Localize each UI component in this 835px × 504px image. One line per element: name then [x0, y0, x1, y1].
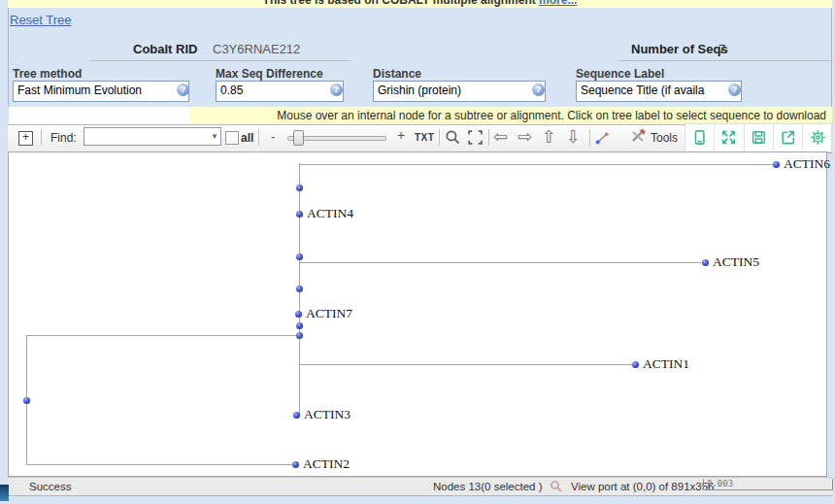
nodes-count: Nodes 13(0 selected )	[433, 481, 543, 492]
internal-node[interactable]	[296, 322, 303, 329]
status-magnifier-icon[interactable]	[550, 480, 563, 493]
leaf-label-actin6[interactable]: ACTIN6	[784, 156, 830, 172]
leaf-label-actin4[interactable]: ACTIN4	[307, 206, 353, 221]
internal-node[interactable]	[296, 185, 303, 191]
leaf-label-actin7[interactable]: ACTIN7	[306, 306, 352, 321]
viewport-info: View port at (0,0) of 891x356	[571, 481, 714, 492]
status-message: Success	[29, 481, 71, 492]
scale-value: 0.003	[707, 479, 733, 488]
window-corner-fragment	[0, 485, 9, 501]
leaf-node-actin1[interactable]	[632, 361, 639, 368]
leaf-label-actin2[interactable]: ACTIN2	[303, 456, 350, 472]
leaf-node-actin5[interactable]	[702, 259, 709, 266]
leaf-node-actin3[interactable]	[293, 412, 300, 419]
tree-edge	[299, 364, 635, 365]
leaf-node-actin4[interactable]	[296, 211, 303, 218]
tree-edge	[26, 464, 295, 465]
leaf-label-actin3[interactable]: ACTIN3	[304, 407, 351, 422]
leaf-node-actin6[interactable]	[773, 161, 780, 168]
internal-node[interactable]	[23, 397, 30, 404]
tree-layer: ACTIN6ACTIN4ACTIN5ACTIN7ACTIN1ACTIN3ACTI…	[0, 0, 835, 504]
leaf-node-actin2[interactable]	[292, 461, 299, 468]
internal-node[interactable]	[296, 253, 303, 260]
internal-node[interactable]	[296, 286, 303, 292]
tree-edge	[26, 335, 299, 336]
leaf-label-actin1[interactable]: ACTIN1	[643, 356, 689, 372]
leaf-label-actin5[interactable]: ACTIN5	[713, 254, 759, 270]
internal-node[interactable]	[296, 332, 303, 339]
leaf-node-actin7[interactable]	[295, 311, 302, 318]
tree-edge	[299, 262, 705, 263]
tree-edge	[299, 164, 776, 165]
scale-bar: 0.003	[703, 479, 833, 490]
